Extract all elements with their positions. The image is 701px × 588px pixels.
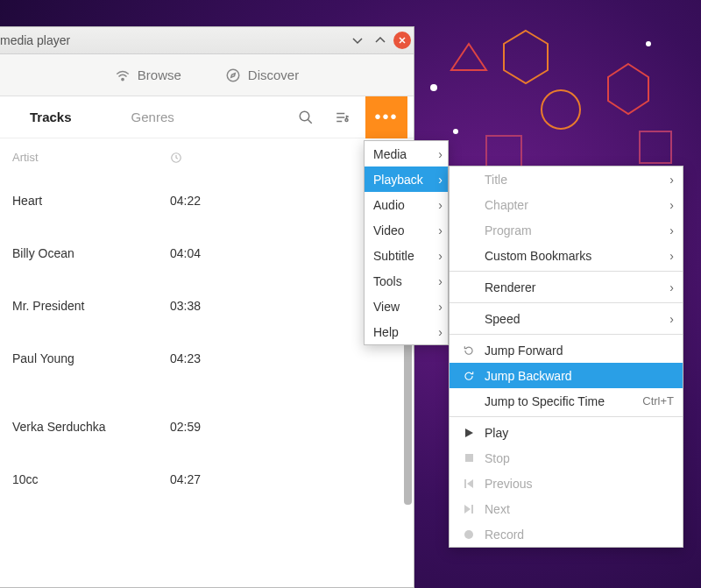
svg-point-17 [345,118,348,121]
track-artist: Mr. President [12,299,170,313]
track-row[interactable]: Mr. President 03:38 [12,273,409,325]
accelerator: Ctrl+T [642,394,674,407]
submenu-next: Next [450,496,683,521]
chevron-right-icon: › [438,274,443,288]
nav-browse[interactable]: Browse [115,67,181,83]
submenu-custom-bookmarks[interactable]: Custom Bookmarks› [450,243,683,268]
stop-icon [462,453,476,463]
chevron-right-icon: › [669,223,674,237]
track-artist: Verka Serduchka [12,420,170,434]
jump-forward-icon [462,344,476,357]
search-icon [298,110,314,125]
window-title: media player [0,33,70,47]
submenu-jump-forward[interactable]: Jump Forward [450,337,683,363]
svg-point-9 [430,84,437,91]
menu-media[interactable]: Media› [365,141,448,166]
track-row[interactable]: Verka Serduchka 02:59 [12,378,409,446]
svg-marker-2 [608,64,648,114]
maximize-button[interactable] [371,31,390,50]
submenu-jump-backward[interactable]: Jump Backward [450,363,683,388]
track-duration: 04:22 [170,194,223,208]
next-icon [462,504,476,514]
submenu-play[interactable]: Play [450,420,683,445]
titlebar[interactable]: media player [0,27,414,54]
column-artist[interactable]: Artist [12,151,170,164]
chevron-right-icon: › [669,173,674,187]
track-row[interactable]: 10cc 04:27 [12,446,409,499]
submenu-title: Title› [450,166,683,192]
submenu-record: Record [450,521,683,547]
track-row[interactable]: Paul Young 04:23 [12,325,409,378]
menu-audio[interactable]: Audio› [365,192,448,217]
tracklist-header: Artist [0,138,414,176]
separator [450,271,683,272]
search-button[interactable] [292,103,320,131]
chevron-right-icon: › [438,249,443,263]
submenu-speed[interactable]: Speed› [450,306,683,331]
minimize-button[interactable] [348,31,367,50]
menu-playback[interactable]: Playback› [365,166,448,192]
scrollbar-thumb[interactable] [404,321,412,505]
nav-discover-label: Discover [248,67,299,82]
svg-marker-0 [451,44,486,70]
main-menu: Media› Playback› Audio› Video› Subtitle›… [364,140,449,345]
svg-point-25 [464,530,473,539]
chevron-right-icon: › [669,280,674,294]
svg-point-15 [227,69,239,81]
ellipsis-icon: ••• [374,107,398,127]
submenu-renderer[interactable]: Renderer› [450,274,683,300]
svg-marker-1 [504,31,548,83]
submenu-previous: Previous [450,471,683,496]
jump-backward-icon [462,370,476,382]
track-artist: Paul Young [12,351,170,365]
menu-video[interactable]: Video› [365,217,448,243]
column-duration[interactable] [170,151,223,164]
top-nav: Browse Discover [0,54,414,96]
track-row[interactable]: Heart 04:22 [12,176,409,220]
menu-tools[interactable]: Tools› [365,268,448,294]
close-button[interactable] [393,32,411,49]
svg-point-3 [542,90,580,129]
submenu-program: Program› [450,217,683,243]
tab-genres[interactable]: Genres [102,96,204,138]
track-row[interactable]: Billy Ocean 04:04 [12,220,409,273]
track-duration: 04:04 [170,246,223,260]
svg-marker-23 [464,505,471,514]
svg-rect-24 [471,505,473,514]
track-artist: Billy Ocean [12,246,170,260]
record-icon [462,529,476,540]
separator [450,302,683,303]
svg-point-16 [300,111,309,121]
chevron-right-icon: › [669,312,674,326]
chevron-right-icon: › [438,147,443,161]
menu-subtitle[interactable]: Subtitle› [365,243,448,268]
chevron-right-icon: › [669,198,674,212]
separator [450,334,683,335]
svg-marker-22 [467,479,473,488]
svg-point-10 [453,129,458,134]
track-artist: Heart [12,194,170,208]
submenu-jump-specific[interactable]: Jump to Specific Time Ctrl+T [450,388,683,414]
svg-rect-21 [464,479,466,488]
more-menu-button[interactable]: ••• [365,96,407,138]
play-icon [462,428,476,438]
submenu-chapter: Chapter› [450,192,683,217]
chevron-right-icon: › [438,325,443,339]
queue-button[interactable] [329,103,357,131]
track-duration: 02:59 [170,420,223,434]
svg-marker-19 [465,429,473,437]
tracklist: Heart 04:22 Billy Ocean 04:04 Mr. Presid… [0,176,414,499]
tab-tracks[interactable]: Tracks [0,96,102,138]
track-duration: 04:23 [170,351,223,365]
separator [450,416,683,417]
playback-submenu: Title› Chapter› Program› Custom Bookmark… [449,166,683,548]
chevron-right-icon: › [438,223,443,237]
chevron-right-icon: › [438,198,443,212]
menu-view[interactable]: View› [365,294,448,319]
svg-rect-4 [640,131,671,163]
nav-browse-label: Browse [138,67,181,82]
menu-help[interactable]: Help› [365,319,448,344]
nav-discover[interactable]: Discover [225,67,299,83]
track-duration: 04:27 [170,472,223,486]
clock-icon [170,152,182,164]
